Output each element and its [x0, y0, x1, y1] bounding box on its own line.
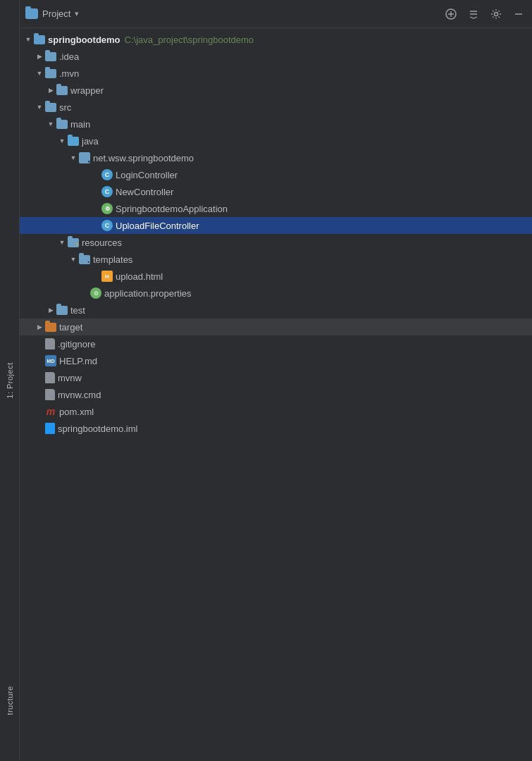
target-arrow-icon — [34, 321, 45, 333]
tree-item-upload-html[interactable]: H upload.html — [20, 268, 532, 285]
gitignore-label: .gitignore — [58, 339, 95, 349]
project-tree[interactable]: springbootdemo C:\java_project\springboo… — [20, 28, 532, 761]
panel-header: Project ▾ — [20, 0, 532, 28]
tree-item-mvnw[interactable]: mvnw — [20, 369, 532, 386]
pkg-arrow-icon — [68, 152, 79, 163]
pom-xml-spacer — [34, 406, 45, 417]
tree-item-mvn[interactable]: .mvn — [20, 65, 532, 82]
java-arrow-icon — [56, 135, 68, 147]
wrapper-arrow-icon — [45, 85, 56, 96]
settings-button[interactable] — [488, 6, 504, 22]
test-folder-icon — [56, 306, 68, 315]
templates-arrow-icon — [68, 254, 79, 265]
tree-item-help-md[interactable]: MD HELP.md — [20, 352, 532, 369]
upload-ctrl-spacer — [90, 220, 101, 231]
tree-item-spring-app[interactable]: ⚙ SpringbootdemoApplication — [20, 200, 532, 217]
upload-html-spacer — [90, 271, 101, 282]
upload-ctrl-icon: C — [101, 220, 113, 231]
src-label: src — [59, 102, 71, 113]
mvn-arrow-icon — [34, 68, 45, 79]
tree-item-java[interactable]: java — [20, 132, 532, 149]
collapse-all-button[interactable] — [466, 6, 481, 22]
help-md-icon: MD — [45, 355, 56, 366]
idea-folder-icon — [45, 52, 56, 61]
tree-item-target[interactable]: target — [20, 318, 532, 335]
main-label: main — [70, 119, 90, 130]
tree-item-login-controller[interactable]: C LoginController — [20, 166, 532, 183]
tree-item-src[interactable]: src — [20, 99, 532, 116]
app-props-label: application.properties — [104, 288, 192, 299]
app-props-icon: ⚙ — [90, 287, 101, 299]
mvnw-icon — [45, 372, 55, 383]
structure-tab-label[interactable]: tructure — [6, 686, 14, 714]
gitignore-icon — [45, 338, 55, 349]
pkg-folder-icon — [79, 152, 90, 163]
tree-root-item[interactable]: springbootdemo C:\java_project\springboo… — [20, 31, 532, 48]
login-ctrl-spacer — [90, 169, 101, 180]
login-ctrl-icon: C — [101, 169, 113, 180]
gitignore-spacer — [34, 338, 45, 349]
header-title-area: Project ▾ — [25, 8, 439, 19]
tree-item-main[interactable]: main — [20, 116, 532, 132]
tree-item-upload-controller[interactable]: C UploadFileController — [20, 217, 532, 234]
help-md-label: HELP.md — [59, 356, 97, 366]
tree-item-idea[interactable]: .idea — [20, 48, 532, 65]
root-label: springbootdemo — [48, 35, 120, 45]
templates-label: templates — [93, 254, 132, 265]
app-props-spacer — [79, 287, 90, 299]
idea-label: .idea — [59, 51, 79, 62]
iml-spacer — [34, 423, 45, 434]
tree-item-resources[interactable]: ≡ resources — [20, 234, 532, 251]
spring-app-label: SpringbootdemoApplication — [116, 204, 228, 214]
tree-item-templates[interactable]: ● templates — [20, 251, 532, 268]
tree-item-new-controller[interactable]: C NewController — [20, 183, 532, 200]
tree-item-gitignore[interactable]: .gitignore — [20, 335, 532, 352]
close-button[interactable] — [511, 6, 526, 22]
tree-item-app-props[interactable]: ⚙ application.properties — [20, 285, 532, 302]
project-panel: Project ▾ — [20, 0, 532, 761]
test-label: test — [70, 305, 85, 316]
resources-label: resources — [82, 237, 122, 248]
root-path: C:\java_project\springbootdemo — [125, 35, 254, 45]
wrapper-label: wrapper — [70, 85, 104, 96]
tree-item-wrapper[interactable]: wrapper — [20, 82, 532, 99]
tree-item-pom-xml[interactable]: m pom.xml — [20, 403, 532, 420]
resources-arrow-icon — [56, 237, 68, 248]
header-actions — [443, 6, 526, 22]
upload-ctrl-label: UploadFileController — [116, 221, 199, 231]
tree-item-package[interactable]: net.wsw.springbootdemo — [20, 149, 532, 166]
dropdown-arrow-icon[interactable]: ▾ — [75, 9, 79, 18]
panel-title: Project — [42, 8, 70, 19]
src-folder-icon — [45, 103, 56, 112]
main-arrow-icon — [45, 118, 56, 130]
upload-html-label: upload.html — [116, 271, 163, 282]
java-label: java — [82, 136, 99, 147]
pom-xml-icon: m — [45, 406, 56, 417]
tree-item-mvnw-cmd[interactable]: mvnw.cmd — [20, 386, 532, 403]
mvn-label: .mvn — [59, 68, 79, 79]
svg-point-5 — [495, 12, 498, 16]
iml-label: springbootdemo.iml — [58, 423, 137, 434]
spring-app-spacer — [90, 203, 101, 214]
project-folder-icon — [25, 8, 38, 19]
tree-item-iml[interactable]: springbootdemo.iml — [20, 420, 532, 437]
sidebar-panel: 1: Project tructure — [0, 0, 20, 761]
mvn-folder-icon — [45, 69, 56, 78]
mvnw-cmd-label: mvnw.cmd — [58, 390, 101, 400]
main-folder-icon — [56, 120, 68, 129]
wrapper-folder-icon — [56, 86, 68, 95]
idea-arrow-icon — [34, 51, 45, 62]
project-tab-label[interactable]: 1: Project — [6, 362, 14, 398]
mvnw-cmd-icon — [45, 389, 55, 400]
src-arrow-icon — [34, 101, 45, 113]
pkg-label: net.wsw.springbootdemo — [93, 153, 194, 163]
add-content-root-button[interactable] — [443, 6, 459, 22]
mvnw-cmd-spacer — [34, 389, 45, 400]
login-ctrl-label: LoginController — [116, 170, 178, 180]
target-folder-icon — [45, 323, 56, 332]
help-md-spacer — [34, 355, 45, 366]
root-arrow-icon — [23, 34, 34, 45]
new-ctrl-label: NewController — [116, 187, 173, 197]
tree-item-test[interactable]: test — [20, 302, 532, 318]
new-ctrl-icon: C — [101, 186, 113, 197]
